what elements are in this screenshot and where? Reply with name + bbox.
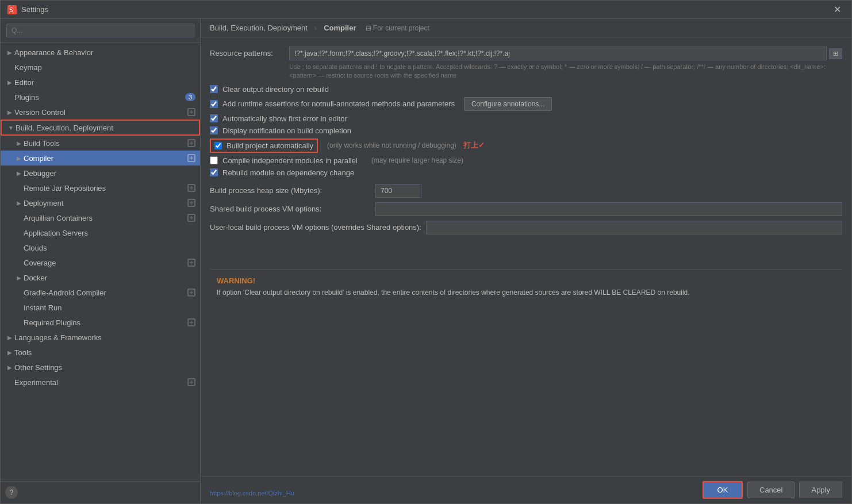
resource-hint-text: Use ; to separate patterns and ! to nega… — [289, 63, 842, 80]
shared-vm-input[interactable] — [375, 202, 842, 216]
share-icon — [187, 214, 195, 222]
sidebar-item-remote-jar[interactable]: ▶ Remote Jar Repositories — [1, 180, 200, 195]
resource-patterns-label: Resource patterns: — [210, 47, 285, 57]
checkbox-row-rebuild-module: Rebuild module on dependency change — [210, 168, 842, 177]
expand-arrow: ▼ — [6, 123, 16, 132]
warning-section: WARNING! If option 'Clear output directo… — [210, 269, 842, 305]
compile-parallel-checkbox[interactable] — [210, 156, 218, 164]
sidebar-item-experimental[interactable]: ▶ Experimental — [1, 375, 200, 390]
heap-size-row: Build process heap size (Mbytes): — [210, 184, 842, 198]
sidebar-item-build-execution[interactable]: ▼ Build, Execution, Deployment — [1, 120, 200, 136]
sidebar-item-app-servers[interactable]: ▶ Application Servers — [1, 225, 200, 240]
sidebar-item-other-settings[interactable]: ▶ Other Settings — [1, 360, 200, 375]
sidebar-item-build-tools[interactable]: ▶ Build Tools — [1, 136, 200, 151]
sidebar-item-debugger[interactable]: ▶ Debugger — [1, 166, 200, 180]
auto-show-error-label: Automatically show first error in editor — [222, 114, 347, 123]
expand-arrow: ▶ — [14, 273, 24, 282]
share-icon — [187, 259, 195, 267]
breadcrumb-parent: Build, Execution, Deployment — [210, 24, 308, 32]
panel-body: Resource patterns: ⊞ Use ; to separate p… — [201, 37, 851, 476]
sidebar-item-label: Required Plugins — [24, 318, 187, 327]
sidebar-item-instant-run[interactable]: ▶ Instant Run — [1, 300, 200, 315]
heap-size-input[interactable] — [375, 184, 421, 198]
sidebar-item-version-control[interactable]: ▶ Version Control — [1, 105, 200, 120]
search-box — [1, 19, 200, 43]
sidebar-item-plugins[interactable]: ▶ Plugins 3 — [1, 90, 200, 105]
breadcrumb-current: Compiler — [324, 24, 356, 32]
sidebar-item-label: Keymap — [14, 63, 195, 72]
help-button[interactable]: ? — [5, 486, 18, 499]
apply-button[interactable]: Apply — [799, 482, 842, 498]
share-icon — [187, 318, 195, 326]
sidebar-item-label: Coverage — [24, 259, 187, 267]
cancel-button[interactable]: Cancel — [747, 482, 795, 498]
expand-arrow: ▶ — [14, 138, 24, 148]
add-runtime-label: Add runtime assertions for notnull-annot… — [222, 99, 455, 108]
sidebar-item-editor[interactable]: ▶ Editor — [1, 75, 200, 90]
expand-arrow: ▶ — [14, 153, 24, 163]
expand-arrow: ▶ — [5, 78, 14, 87]
auto-show-error-checkbox[interactable] — [210, 114, 218, 122]
sidebar-item-deployment[interactable]: ▶ Deployment — [1, 195, 200, 210]
svg-text:S: S — [9, 7, 13, 13]
sidebar-item-gradle-android[interactable]: ▶ Gradle-Android Compiler — [1, 285, 200, 300]
display-notification-checkbox[interactable] — [210, 126, 218, 134]
checkbox-row-auto-show: Automatically show first error in editor — [210, 114, 842, 123]
resource-patterns-input[interactable] — [289, 47, 827, 60]
search-input[interactable] — [6, 24, 194, 37]
sidebar-item-label: Editor — [14, 78, 195, 87]
sidebar: ▶ Appearance & Behavior ▶ Keymap ▶ Edito… — [1, 19, 201, 503]
sidebar-item-label: Compiler — [24, 154, 187, 163]
compile-parallel-note: (may require larger heap size) — [371, 156, 463, 164]
sidebar-item-label: Instant Run — [24, 303, 195, 312]
main-content: ▶ Appearance & Behavior ▶ Keymap ▶ Edito… — [1, 19, 851, 503]
share-icon — [187, 378, 195, 386]
sidebar-item-label: Remote Jar Repositories — [24, 184, 187, 193]
sidebar-item-label: Application Servers — [24, 229, 195, 237]
user-vm-input[interactable] — [426, 221, 842, 234]
sidebar-item-languages[interactable]: ▶ Languages & Frameworks — [1, 330, 200, 345]
sidebar-item-label: Other Settings — [14, 363, 195, 372]
resource-input-wrap: ⊞ Use ; to separate patterns and ! to ne… — [289, 47, 842, 80]
user-vm-row: User-local build process VM options (ove… — [210, 221, 842, 234]
expand-arrow: ▶ — [5, 107, 14, 117]
build-auto-checkbox[interactable] — [214, 142, 222, 149]
shared-vm-row: Shared build process VM options: — [210, 202, 842, 216]
sidebar-item-arquillian[interactable]: ▶ Arquillian Containers — [1, 210, 200, 225]
sidebar-item-required-plugins[interactable]: ▶ Required Plugins — [1, 315, 200, 330]
clear-output-checkbox[interactable] — [210, 85, 218, 93]
checkbox-row-build-auto: Build project automatically (only works … — [210, 138, 842, 153]
sidebar-item-clouds[interactable]: ▶ Clouds — [1, 240, 200, 255]
ok-button[interactable]: OK — [703, 481, 743, 499]
for-project-label: ⊟ For current project — [366, 24, 429, 32]
rebuild-module-checkbox[interactable] — [210, 168, 218, 176]
breadcrumb-separator: › — [314, 24, 317, 32]
resource-expand-button[interactable]: ⊞ — [829, 48, 842, 59]
right-panel: Build, Execution, Deployment › Compiler … — [201, 19, 851, 503]
user-vm-label: User-local build process VM options (ove… — [210, 223, 421, 232]
window-title: Settings — [21, 5, 830, 14]
add-runtime-checkbox[interactable] — [210, 100, 218, 108]
share-icon — [187, 108, 195, 116]
sidebar-item-compiler[interactable]: ▶ Compiler — [1, 151, 200, 166]
clear-output-label: Clear output directory on rebuild — [222, 85, 329, 94]
sidebar-item-keymap[interactable]: ▶ Keymap — [1, 60, 200, 75]
checkbox-row-clear-output: Clear output directory on rebuild — [210, 85, 842, 94]
settings-window: S Settings ✕ ▶ Appearance & Behavior ▶ K — [0, 0, 852, 504]
title-bar: S Settings ✕ — [1, 1, 851, 19]
configure-annotations-button[interactable]: Configure annotations... — [464, 97, 552, 111]
sidebar-item-coverage[interactable]: ▶ Coverage — [1, 255, 200, 270]
sidebar-item-appearance[interactable]: ▶ Appearance & Behavior — [1, 45, 200, 60]
sidebar-item-label: Clouds — [24, 244, 195, 252]
rebuild-module-label: Rebuild module on dependency change — [222, 168, 354, 177]
close-button[interactable]: ✕ — [830, 3, 845, 16]
annotation-text: 打上✓ — [463, 140, 485, 151]
warning-title: WARNING! — [217, 276, 835, 285]
sidebar-item-label: Debugger — [24, 169, 195, 178]
panel-header: Build, Execution, Deployment › Compiler … — [201, 19, 851, 37]
heap-size-label: Build process heap size (Mbytes): — [210, 186, 371, 195]
expand-arrow: ▶ — [5, 363, 14, 372]
sidebar-item-docker[interactable]: ▶ Docker — [1, 270, 200, 285]
expand-arrow: ▶ — [14, 198, 24, 207]
sidebar-item-tools[interactable]: ▶ Tools — [1, 345, 200, 360]
